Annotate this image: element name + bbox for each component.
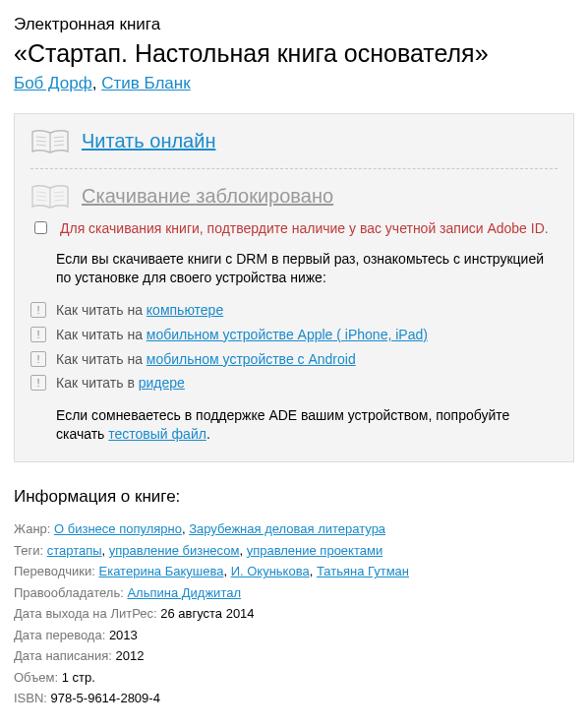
ade-test-text: Если сомневаетесь в поддержке ADE вашим …: [30, 406, 558, 444]
svg-line-11: [54, 192, 64, 193]
hint-link[interactable]: мобильном устройстве Apple ( iPhone, iPa…: [147, 327, 428, 342]
authors-line: Боб Дорф, Стив Бланк: [14, 73, 574, 95]
divider: [30, 168, 558, 169]
translation-date-line: Дата перевода: 2013: [14, 627, 574, 644]
author-link[interactable]: Боб Дорф: [14, 74, 92, 92]
meta-label: Теги:: [14, 543, 47, 558]
download-blocked-row: Скачивание заблокировано: [30, 183, 558, 210]
meta-label: Дата перевода:: [14, 628, 109, 642]
writing-date-line: Дата написания: 2012: [14, 647, 574, 665]
info-icon: !: [30, 351, 46, 367]
hint-link[interactable]: мобильном устройстве с Android: [147, 351, 356, 367]
svg-line-10: [36, 200, 46, 201]
device-hints-list: ! Как читать на компьютере ! Как читать …: [30, 301, 558, 394]
info-icon: !: [30, 327, 46, 342]
open-book-icon: [30, 129, 70, 154]
author-link[interactable]: Стив Бланк: [101, 74, 190, 92]
volume-line: Объем: 1 стр.: [14, 669, 574, 687]
adobe-id-notice: Для скачивания книги, подтвердите наличи…: [60, 219, 549, 238]
list-item: ! Как читать в ридере: [30, 374, 558, 393]
svg-line-3: [36, 145, 46, 146]
svg-line-13: [54, 200, 64, 201]
hint-link[interactable]: компьютере: [147, 302, 223, 318]
svg-line-12: [54, 196, 64, 197]
ade-suffix: .: [206, 426, 210, 442]
hint-prefix: Как читать на: [56, 327, 147, 342]
svg-line-4: [54, 137, 64, 138]
adobe-id-checkbox[interactable]: [34, 221, 47, 234]
meta-label: Дата написания:: [14, 648, 116, 663]
genre-line: Жанр: О бизнесе популярно, Зарубежная де…: [14, 520, 574, 538]
svg-line-9: [36, 196, 46, 197]
book-info-heading: Информация о книге:: [14, 486, 574, 509]
hint-prefix: Как читать на: [56, 351, 147, 367]
meta-label: Объем:: [14, 670, 62, 685]
translator-link[interactable]: И. Окунькова: [231, 564, 310, 578]
meta-label: Правообладатель:: [14, 585, 127, 600]
translator-link[interactable]: Екатерина Бакушева: [99, 564, 224, 578]
tag-link[interactable]: управление проектами: [247, 543, 383, 558]
meta-value: 2012: [116, 648, 145, 663]
meta-label: Дата выхода на ЛитРес:: [14, 606, 160, 621]
rights-line: Правообладатель: Альпина Диджитал: [14, 584, 574, 602]
hint-prefix: Как читать в: [56, 375, 139, 391]
meta-value: 1 стр.: [62, 670, 95, 685]
separator: ,: [102, 543, 109, 558]
translators-line: Переводчики: Екатерина Бакушева, И. Окун…: [14, 563, 574, 580]
action-panel: Читать онлайн Скачивание заблокировано Д…: [14, 113, 574, 462]
read-online-link[interactable]: Читать онлайн: [82, 128, 215, 154]
tags-line: Теги: стартапы, управление бизнесом, упр…: [14, 542, 574, 560]
svg-line-8: [36, 192, 46, 193]
list-item: ! Как читать на мобильном устройстве с A…: [30, 350, 558, 369]
tag-link[interactable]: управление бизнесом: [109, 543, 240, 558]
svg-line-5: [54, 141, 64, 142]
hint-prefix: Как читать на: [56, 302, 147, 318]
test-file-link[interactable]: тестовый файл: [108, 426, 206, 442]
svg-line-6: [54, 145, 64, 146]
hint-link[interactable]: ридере: [139, 375, 185, 391]
tag-link[interactable]: стартапы: [47, 543, 102, 558]
meta-label: ISBN:: [14, 691, 51, 705]
read-online-row: Читать онлайн: [30, 128, 558, 154]
litres-date-line: Дата выхода на ЛитРес: 26 августа 2014: [14, 605, 574, 623]
svg-line-1: [36, 137, 46, 138]
separator: ,: [92, 74, 101, 92]
meta-label: Жанр:: [14, 521, 54, 536]
translator-link[interactable]: Татьяна Гутман: [317, 564, 409, 578]
svg-line-2: [36, 141, 46, 142]
list-item: ! Как читать на компьютере: [30, 301, 558, 320]
meta-label: Переводчики:: [14, 564, 99, 578]
ebook-type-label: Электронная книга: [14, 14, 574, 36]
meta-value: 26 августа 2014: [160, 606, 254, 621]
drm-intro-text: Если вы скачиваете книги с DRM в первый …: [30, 250, 558, 287]
info-icon: !: [30, 375, 46, 391]
list-item: ! Как читать на мобильном устройстве App…: [30, 326, 558, 344]
download-blocked-label: Скачивание заблокировано: [82, 183, 333, 210]
adobe-confirm-row: Для скачивания книги, подтвердите наличи…: [30, 219, 558, 238]
separator: ,: [310, 564, 317, 578]
rights-link[interactable]: Альпина Диджитал: [127, 585, 241, 600]
meta-value: 978-5-9614-2809-4: [51, 691, 160, 705]
meta-value: 2013: [109, 628, 138, 642]
genre-link[interactable]: Зарубежная деловая литература: [189, 521, 385, 536]
genre-link[interactable]: О бизнесе популярно: [54, 521, 182, 536]
open-book-icon: [30, 184, 70, 210]
info-icon: !: [30, 302, 46, 318]
separator: ,: [239, 543, 246, 558]
book-title: «Стартап. Настольная книга основателя»: [14, 38, 574, 69]
separator: ,: [223, 564, 230, 578]
isbn-line: ISBN: 978-5-9614-2809-4: [14, 690, 574, 707]
